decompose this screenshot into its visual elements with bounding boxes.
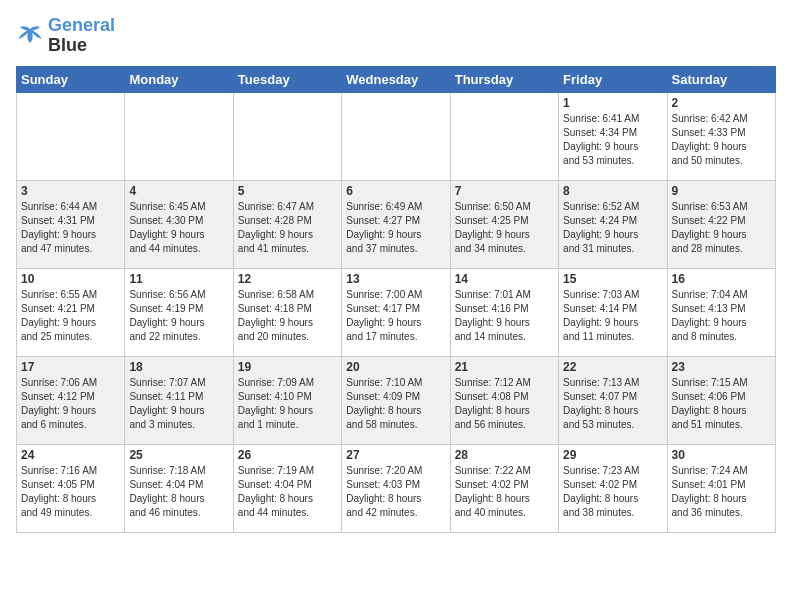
week-row-4: 17Sunrise: 7:06 AM Sunset: 4:12 PM Dayli…: [17, 356, 776, 444]
calendar-cell: [450, 92, 558, 180]
calendar-cell: 3Sunrise: 6:44 AM Sunset: 4:31 PM Daylig…: [17, 180, 125, 268]
calendar-cell: 26Sunrise: 7:19 AM Sunset: 4:04 PM Dayli…: [233, 444, 341, 532]
day-info: Sunrise: 7:03 AM Sunset: 4:14 PM Dayligh…: [563, 288, 662, 344]
header-cell-tuesday: Tuesday: [233, 66, 341, 92]
calendar-cell: 12Sunrise: 6:58 AM Sunset: 4:18 PM Dayli…: [233, 268, 341, 356]
logo: GeneralBlue: [16, 16, 115, 56]
day-info: Sunrise: 7:09 AM Sunset: 4:10 PM Dayligh…: [238, 376, 337, 432]
day-info: Sunrise: 7:13 AM Sunset: 4:07 PM Dayligh…: [563, 376, 662, 432]
day-number: 24: [21, 448, 120, 462]
calendar-cell: 10Sunrise: 6:55 AM Sunset: 4:21 PM Dayli…: [17, 268, 125, 356]
header-cell-saturday: Saturday: [667, 66, 775, 92]
calendar-cell: 1Sunrise: 6:41 AM Sunset: 4:34 PM Daylig…: [559, 92, 667, 180]
calendar-cell: 5Sunrise: 6:47 AM Sunset: 4:28 PM Daylig…: [233, 180, 341, 268]
week-row-3: 10Sunrise: 6:55 AM Sunset: 4:21 PM Dayli…: [17, 268, 776, 356]
header-cell-friday: Friday: [559, 66, 667, 92]
day-info: Sunrise: 6:44 AM Sunset: 4:31 PM Dayligh…: [21, 200, 120, 256]
calendar-body: 1Sunrise: 6:41 AM Sunset: 4:34 PM Daylig…: [17, 92, 776, 532]
day-number: 14: [455, 272, 554, 286]
day-info: Sunrise: 7:12 AM Sunset: 4:08 PM Dayligh…: [455, 376, 554, 432]
calendar-cell: 20Sunrise: 7:10 AM Sunset: 4:09 PM Dayli…: [342, 356, 450, 444]
day-info: Sunrise: 7:07 AM Sunset: 4:11 PM Dayligh…: [129, 376, 228, 432]
day-number: 26: [238, 448, 337, 462]
calendar-cell: 30Sunrise: 7:24 AM Sunset: 4:01 PM Dayli…: [667, 444, 775, 532]
day-info: Sunrise: 6:47 AM Sunset: 4:28 PM Dayligh…: [238, 200, 337, 256]
day-number: 10: [21, 272, 120, 286]
day-number: 2: [672, 96, 771, 110]
calendar-cell: 8Sunrise: 6:52 AM Sunset: 4:24 PM Daylig…: [559, 180, 667, 268]
logo-bird-icon: [16, 25, 44, 47]
calendar-cell: 15Sunrise: 7:03 AM Sunset: 4:14 PM Dayli…: [559, 268, 667, 356]
day-number: 21: [455, 360, 554, 374]
day-info: Sunrise: 6:53 AM Sunset: 4:22 PM Dayligh…: [672, 200, 771, 256]
day-number: 27: [346, 448, 445, 462]
day-info: Sunrise: 6:41 AM Sunset: 4:34 PM Dayligh…: [563, 112, 662, 168]
day-number: 28: [455, 448, 554, 462]
day-number: 3: [21, 184, 120, 198]
logo-text: GeneralBlue: [48, 16, 115, 56]
day-number: 1: [563, 96, 662, 110]
day-info: Sunrise: 7:23 AM Sunset: 4:02 PM Dayligh…: [563, 464, 662, 520]
day-number: 7: [455, 184, 554, 198]
calendar-cell: 7Sunrise: 6:50 AM Sunset: 4:25 PM Daylig…: [450, 180, 558, 268]
day-info: Sunrise: 7:18 AM Sunset: 4:04 PM Dayligh…: [129, 464, 228, 520]
calendar-cell: [17, 92, 125, 180]
day-info: Sunrise: 7:01 AM Sunset: 4:16 PM Dayligh…: [455, 288, 554, 344]
calendar-cell: [233, 92, 341, 180]
day-number: 5: [238, 184, 337, 198]
calendar-cell: 25Sunrise: 7:18 AM Sunset: 4:04 PM Dayli…: [125, 444, 233, 532]
calendar-cell: 22Sunrise: 7:13 AM Sunset: 4:07 PM Dayli…: [559, 356, 667, 444]
header-cell-sunday: Sunday: [17, 66, 125, 92]
day-number: 13: [346, 272, 445, 286]
calendar-cell: 19Sunrise: 7:09 AM Sunset: 4:10 PM Dayli…: [233, 356, 341, 444]
day-info: Sunrise: 6:56 AM Sunset: 4:19 PM Dayligh…: [129, 288, 228, 344]
calendar-cell: 4Sunrise: 6:45 AM Sunset: 4:30 PM Daylig…: [125, 180, 233, 268]
calendar-cell: 11Sunrise: 6:56 AM Sunset: 4:19 PM Dayli…: [125, 268, 233, 356]
week-row-5: 24Sunrise: 7:16 AM Sunset: 4:05 PM Dayli…: [17, 444, 776, 532]
day-number: 19: [238, 360, 337, 374]
calendar-cell: 28Sunrise: 7:22 AM Sunset: 4:02 PM Dayli…: [450, 444, 558, 532]
calendar-cell: 6Sunrise: 6:49 AM Sunset: 4:27 PM Daylig…: [342, 180, 450, 268]
week-row-1: 1Sunrise: 6:41 AM Sunset: 4:34 PM Daylig…: [17, 92, 776, 180]
day-info: Sunrise: 6:42 AM Sunset: 4:33 PM Dayligh…: [672, 112, 771, 168]
day-info: Sunrise: 6:50 AM Sunset: 4:25 PM Dayligh…: [455, 200, 554, 256]
calendar-cell: 29Sunrise: 7:23 AM Sunset: 4:02 PM Dayli…: [559, 444, 667, 532]
day-number: 6: [346, 184, 445, 198]
day-number: 11: [129, 272, 228, 286]
day-info: Sunrise: 7:19 AM Sunset: 4:04 PM Dayligh…: [238, 464, 337, 520]
header-cell-monday: Monday: [125, 66, 233, 92]
page-header: GeneralBlue: [16, 16, 776, 56]
header-cell-wednesday: Wednesday: [342, 66, 450, 92]
day-number: 8: [563, 184, 662, 198]
day-number: 23: [672, 360, 771, 374]
header-cell-thursday: Thursday: [450, 66, 558, 92]
day-number: 25: [129, 448, 228, 462]
calendar-cell: 18Sunrise: 7:07 AM Sunset: 4:11 PM Dayli…: [125, 356, 233, 444]
day-info: Sunrise: 7:06 AM Sunset: 4:12 PM Dayligh…: [21, 376, 120, 432]
day-number: 16: [672, 272, 771, 286]
calendar-cell: 27Sunrise: 7:20 AM Sunset: 4:03 PM Dayli…: [342, 444, 450, 532]
day-info: Sunrise: 7:22 AM Sunset: 4:02 PM Dayligh…: [455, 464, 554, 520]
calendar-cell: 14Sunrise: 7:01 AM Sunset: 4:16 PM Dayli…: [450, 268, 558, 356]
day-info: Sunrise: 6:52 AM Sunset: 4:24 PM Dayligh…: [563, 200, 662, 256]
day-number: 4: [129, 184, 228, 198]
day-number: 30: [672, 448, 771, 462]
day-info: Sunrise: 7:20 AM Sunset: 4:03 PM Dayligh…: [346, 464, 445, 520]
calendar-cell: 2Sunrise: 6:42 AM Sunset: 4:33 PM Daylig…: [667, 92, 775, 180]
calendar-cell: [125, 92, 233, 180]
day-info: Sunrise: 7:04 AM Sunset: 4:13 PM Dayligh…: [672, 288, 771, 344]
day-info: Sunrise: 6:58 AM Sunset: 4:18 PM Dayligh…: [238, 288, 337, 344]
calendar-cell: 17Sunrise: 7:06 AM Sunset: 4:12 PM Dayli…: [17, 356, 125, 444]
day-number: 20: [346, 360, 445, 374]
day-info: Sunrise: 7:24 AM Sunset: 4:01 PM Dayligh…: [672, 464, 771, 520]
day-info: Sunrise: 6:55 AM Sunset: 4:21 PM Dayligh…: [21, 288, 120, 344]
day-info: Sunrise: 7:16 AM Sunset: 4:05 PM Dayligh…: [21, 464, 120, 520]
calendar-cell: 23Sunrise: 7:15 AM Sunset: 4:06 PM Dayli…: [667, 356, 775, 444]
day-number: 29: [563, 448, 662, 462]
calendar-header: SundayMondayTuesdayWednesdayThursdayFrid…: [17, 66, 776, 92]
calendar-cell: 13Sunrise: 7:00 AM Sunset: 4:17 PM Dayli…: [342, 268, 450, 356]
day-info: Sunrise: 6:49 AM Sunset: 4:27 PM Dayligh…: [346, 200, 445, 256]
calendar-cell: [342, 92, 450, 180]
day-number: 9: [672, 184, 771, 198]
day-number: 15: [563, 272, 662, 286]
